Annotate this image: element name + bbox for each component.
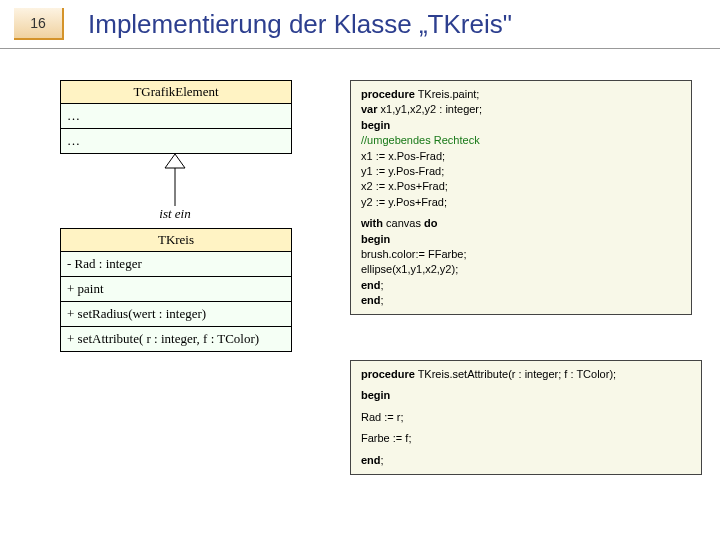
uml-parent-attrs: … (61, 104, 291, 129)
svg-marker-0 (165, 154, 185, 168)
uml-parent-ops: … (61, 129, 291, 153)
uml-child-op2: + setRadius(wert : integer) (61, 302, 291, 327)
uml-parent-name: TGrafikElement (61, 81, 291, 104)
code-paint: procedure TKreis.paint; var x1,y1,x2,y2 … (350, 80, 692, 315)
inheritance-arrow: ist ein (60, 154, 290, 224)
uml-parent-class: TGrafikElement … … (60, 80, 292, 154)
uml-child-attr: - Rad : integer (61, 252, 291, 277)
code-setattribute: procedure TKreis.setAttribute(r : intege… (350, 360, 702, 475)
relation-label: ist ein (159, 206, 190, 222)
uml-child-op3: + setAttribute( r : integer, f : TColor) (61, 327, 291, 351)
arrow-icon (160, 154, 190, 209)
slide-number: 16 (14, 8, 64, 40)
uml-column: TGrafikElement … … ist ein TKreis - Rad … (60, 80, 300, 352)
uml-child-class: TKreis - Rad : integer + paint + setRadi… (60, 228, 292, 352)
slide-title: Implementierung der Klasse „TKreis" (88, 9, 512, 40)
uml-child-op1: + paint (61, 277, 291, 302)
uml-child-name: TKreis (61, 229, 291, 252)
slide-header: 16 Implementierung der Klasse „TKreis" (0, 0, 720, 49)
